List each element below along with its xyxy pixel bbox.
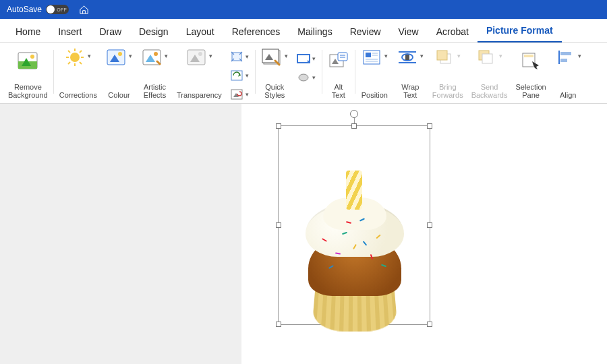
alt-text-button[interactable]: Alt Text (324, 46, 353, 103)
svg-rect-52 (560, 52, 571, 55)
bring-forward-icon (434, 47, 455, 68)
tab-mailings[interactable]: Mailings (289, 21, 341, 42)
svg-line-12 (68, 62, 70, 64)
resize-handle[interactable] (276, 123, 281, 129)
picture-border-button[interactable]: ▾ (297, 50, 316, 67)
transparency-label: Transparency (177, 91, 222, 102)
selected-picture[interactable] (301, 179, 408, 331)
chevron-down-icon: ▾ (284, 53, 289, 59)
svg-line-9 (68, 51, 70, 53)
svg-point-18 (154, 52, 158, 56)
tab-layout[interactable]: Layout (177, 21, 223, 42)
send-backwards-button[interactable]: ▾ Send Backwards (467, 46, 512, 103)
tab-references[interactable]: References (223, 21, 289, 42)
selection-pane-button[interactable]: Selection Pane (511, 46, 550, 103)
selection-pane-label: Selection Pane (515, 83, 546, 102)
picture-effects-icon (297, 71, 310, 84)
change-picture-icon (230, 69, 243, 82)
resize-handle[interactable] (276, 322, 281, 327)
corrections-button[interactable]: ▾ Corrections (55, 46, 101, 103)
tab-insert[interactable]: Insert (49, 21, 90, 42)
chevron-down-icon: ▾ (245, 91, 250, 98)
tab-picture-format[interactable]: Picture Format (478, 20, 562, 42)
tab-home[interactable]: Home (7, 21, 49, 42)
selection-pane-icon (520, 50, 542, 71)
svg-rect-48 (482, 54, 492, 63)
tab-acrobat[interactable]: Acrobat (428, 21, 478, 42)
position-icon (361, 47, 382, 68)
chevron-down-icon: ▾ (245, 72, 250, 79)
autosave-control[interactable]: AutoSave OFF (7, 5, 69, 14)
svg-point-4 (70, 53, 80, 62)
alt-text-label: Alt Text (332, 83, 345, 102)
quick-styles-label: Quick Styles (264, 83, 285, 102)
tab-design[interactable]: Design (130, 21, 177, 42)
compress-icon (230, 50, 243, 63)
colour-icon (105, 47, 127, 68)
ribbon: Remove Background ▾ Corrections ▾ Colour… (0, 43, 607, 104)
svg-rect-50 (524, 55, 533, 57)
picture-selection-box[interactable] (278, 125, 430, 325)
quick-styles-icon (261, 47, 283, 68)
remove-bg-icon (17, 50, 38, 71)
alt-text-icon (328, 50, 349, 71)
resize-handle[interactable] (351, 123, 357, 129)
wrap-text-icon (397, 47, 418, 68)
rotate-handle[interactable] (350, 110, 358, 118)
tab-review[interactable]: Review (341, 21, 390, 42)
bring-forwards-label: Bring Forwards (432, 83, 463, 102)
title-bar: AutoSave OFF (0, 0, 607, 19)
chevron-down-icon: ▾ (577, 53, 582, 59)
quick-styles-button[interactable]: ▾ Quick Styles (257, 46, 293, 103)
transparency-button[interactable]: ▾ Transparency (173, 46, 226, 103)
position-button[interactable]: ▾ Position (357, 46, 393, 103)
tab-view[interactable]: View (390, 21, 428, 42)
reset-picture-button[interactable]: ▾ (230, 86, 250, 103)
picture-tools-mini: ▾ ▾ ▾ (226, 46, 254, 103)
autosave-toggle[interactable]: OFF (46, 5, 69, 14)
chevron-down-icon: ▾ (128, 53, 133, 59)
bring-forwards-button[interactable]: ▾ Bring Forwards (428, 46, 467, 103)
svg-point-30 (299, 74, 308, 81)
artistic-effects-button[interactable]: ▾ Artistic Effects (137, 46, 173, 103)
chevron-down-icon: ▾ (457, 53, 461, 59)
autosave-state: OFF (57, 7, 67, 12)
compress-pictures-button[interactable]: ▾ (230, 48, 250, 65)
transparency-icon (185, 47, 207, 68)
chevron-down-icon: ▾ (164, 53, 169, 59)
picture-style-mini: ▾ ▾ (293, 46, 320, 103)
resize-handle[interactable] (427, 123, 432, 129)
svg-rect-44 (405, 55, 409, 60)
send-backward-icon (475, 47, 497, 68)
align-button[interactable]: ▾ Align (550, 46, 586, 103)
remove-bg-label: Remove Background (8, 83, 48, 102)
resize-handle[interactable] (427, 322, 432, 327)
change-picture-button[interactable]: ▾ (230, 67, 250, 84)
svg-rect-33 (338, 53, 347, 61)
svg-line-11 (80, 51, 82, 53)
picture-border-icon (297, 52, 310, 65)
remove-background-button[interactable]: Remove Background (4, 46, 52, 103)
reset-picture-icon (230, 88, 243, 101)
tab-draw[interactable]: Draw (90, 21, 130, 42)
autosave-label: AutoSave (7, 5, 42, 14)
position-label: Position (362, 91, 388, 102)
send-backwards-label: Send Backwards (471, 83, 508, 102)
home-icon[interactable] (78, 4, 89, 15)
resize-handle[interactable] (276, 222, 281, 228)
chevron-down-icon: ▾ (312, 55, 316, 62)
wrap-text-label: Wrap Text (401, 83, 419, 102)
svg-point-3 (30, 55, 34, 59)
align-label: Align (560, 91, 576, 102)
chevron-down-icon: ▾ (384, 53, 388, 59)
ribbon-tabs: Home Insert Draw Design Layout Reference… (0, 19, 607, 43)
wrap-text-button[interactable]: ▾ Wrap Text (393, 46, 428, 103)
picture-effects-button[interactable]: ▾ (297, 69, 316, 86)
colour-button[interactable]: ▾ Colour (101, 46, 137, 103)
document-canvas[interactable] (0, 104, 607, 364)
chevron-down-icon: ▾ (245, 53, 250, 60)
resize-handle[interactable] (427, 222, 432, 228)
chevron-down-icon: ▾ (312, 74, 316, 81)
align-icon (554, 47, 576, 68)
svg-line-10 (80, 62, 82, 64)
